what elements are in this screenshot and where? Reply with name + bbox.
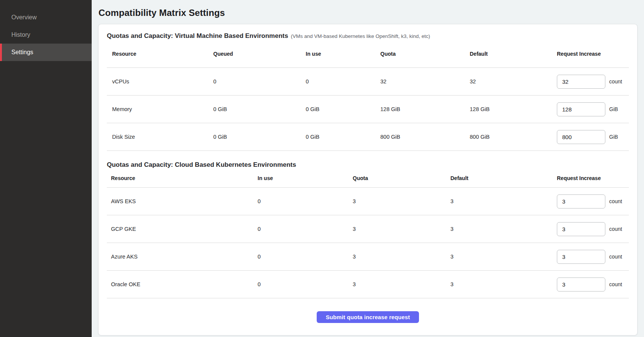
in-use-value: 0 [258, 281, 353, 287]
default-value: 128 GiB [470, 106, 557, 112]
default-value: 3 [450, 281, 557, 287]
vm-table-header: Resource Queued In use Quota Default Req… [107, 40, 629, 68]
gcp-gke-request-input[interactable] [557, 222, 605, 236]
table-row-oracle-oke: Oracle OKE 0 3 3 count [107, 271, 629, 298]
page-title: Compatibility Matrix Settings [98, 8, 638, 18]
main-content: Compatibility Matrix Settings Quotas and… [92, 0, 644, 337]
column-header-queued: Queued [213, 51, 306, 57]
table-row-disk-size: Disk Size 0 GiB 0 GiB 800 GiB 800 GiB Gi… [107, 123, 629, 151]
sidebar-item-label: History [11, 31, 30, 38]
column-header-request-increase: Request Increase [557, 175, 629, 181]
column-header-in-use: In use [306, 51, 380, 57]
sidebar: Overview History Settings [0, 0, 92, 337]
cloud-section-title: Quotas and Capacity: Cloud Based Kuberne… [107, 161, 296, 168]
quota-value: 32 [380, 78, 470, 85]
column-header-in-use: In use [258, 175, 353, 181]
vcpus-request-input[interactable] [557, 75, 605, 89]
default-value: 800 GiB [470, 134, 557, 140]
resource-name: Memory [112, 106, 213, 112]
unit-label: count [609, 254, 622, 260]
vm-section-subtitle: (VMs and VM-based Kubernetes like OpenSh… [291, 33, 430, 39]
quota-value: 3 [353, 254, 450, 260]
cloud-section-header: Quotas and Capacity: Cloud Based Kuberne… [107, 161, 629, 169]
queued-value: 0 GiB [213, 134, 306, 140]
quota-value: 3 [353, 226, 450, 232]
submit-row: Submit quota increase request [107, 311, 629, 323]
in-use-value: 0 [258, 198, 353, 204]
column-header-quota: Quota [353, 175, 450, 181]
in-use-value: 0 GiB [306, 134, 380, 140]
disk-size-request-input[interactable] [557, 130, 605, 144]
in-use-value: 0 [258, 254, 353, 260]
sidebar-item-overview[interactable]: Overview [0, 9, 92, 26]
queued-value: 0 [213, 78, 306, 85]
unit-label: count [609, 281, 622, 287]
resource-name: GCP GKE [111, 226, 258, 232]
quota-value: 3 [353, 198, 450, 204]
in-use-value: 0 [258, 226, 353, 232]
default-value: 32 [470, 78, 557, 85]
resource-name: Oracle OKE [111, 281, 258, 287]
quota-value: 3 [353, 281, 450, 287]
quotas-card: Quotas and Capacity: Virtual Machine Bas… [98, 24, 638, 335]
queued-value: 0 GiB [213, 106, 306, 112]
unit-label: count [609, 226, 622, 232]
resource-name: AWS EKS [111, 198, 258, 204]
in-use-value: 0 GiB [306, 106, 380, 112]
unit-label: count [609, 198, 622, 204]
azure-aks-request-input[interactable] [557, 250, 605, 264]
table-row-gcp-gke: GCP GKE 0 3 3 count [107, 215, 629, 243]
column-header-default: Default [470, 51, 557, 57]
in-use-value: 0 [306, 78, 380, 85]
submit-quota-increase-button[interactable]: Submit quota increase request [317, 311, 419, 323]
quota-value: 800 GiB [380, 134, 470, 140]
default-value: 3 [450, 226, 557, 232]
table-row-aws-eks: AWS EKS 0 3 3 count [107, 188, 629, 215]
table-row-azure-aks: Azure AKS 0 3 3 count [107, 243, 629, 271]
oracle-oke-request-input[interactable] [557, 277, 605, 292]
table-row-memory: Memory 0 GiB 0 GiB 128 GiB 128 GiB GiB [107, 96, 629, 123]
unit-label: GiB [609, 106, 618, 112]
memory-request-input[interactable] [557, 102, 605, 116]
resource-name: Disk Size [112, 134, 213, 140]
column-header-request-increase: Request Increase [557, 51, 629, 57]
sidebar-item-history[interactable]: History [0, 26, 92, 44]
resource-name: Azure AKS [111, 254, 258, 260]
sidebar-item-label: Overview [11, 14, 37, 21]
cloud-table-header: Resource In use Quota Default Request In… [107, 169, 629, 188]
sidebar-item-settings[interactable]: Settings [0, 44, 92, 61]
sidebar-item-label: Settings [11, 49, 33, 56]
resource-name: vCPUs [112, 78, 213, 85]
aws-eks-request-input[interactable] [557, 194, 605, 208]
default-value: 3 [450, 254, 557, 260]
column-header-quota: Quota [380, 51, 470, 57]
default-value: 3 [450, 198, 557, 204]
unit-label: GiB [609, 134, 618, 140]
vm-section-title: Quotas and Capacity: Virtual Machine Bas… [107, 32, 288, 39]
column-header-resource: Resource [111, 175, 258, 181]
column-header-resource: Resource [112, 51, 213, 57]
vm-section-header: Quotas and Capacity: Virtual Machine Bas… [107, 32, 629, 40]
table-row-vcpus: vCPUs 0 0 32 32 count [107, 68, 629, 96]
quota-value: 128 GiB [380, 106, 470, 112]
unit-label: count [609, 78, 622, 85]
column-header-default: Default [450, 175, 557, 181]
